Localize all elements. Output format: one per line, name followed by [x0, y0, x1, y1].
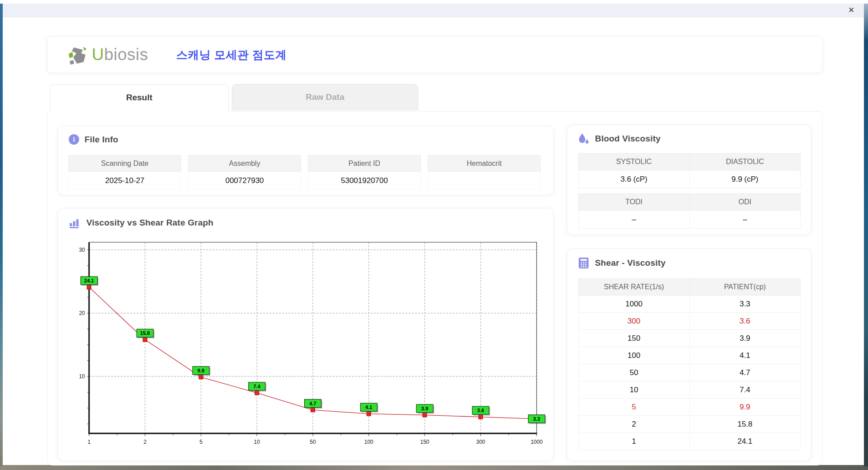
close-icon[interactable]: ✕ [846, 5, 857, 16]
viscosity-graph-card: Viscosity vs Shear Rate Graph 1251050100… [57, 208, 554, 461]
field-value: 000727930 [188, 172, 301, 190]
svg-text:1: 1 [88, 439, 91, 445]
info-icon: i [69, 134, 79, 145]
systolic-header: SYSTOLIC [579, 154, 690, 170]
odi-header: ODI [689, 194, 801, 211]
odi-value: – [689, 211, 801, 229]
table-row: 1004.1 [579, 347, 801, 364]
svg-text:100: 100 [364, 439, 373, 445]
desktop-edge-left [0, 4, 3, 466]
todi-value: – [579, 211, 690, 229]
table-row: 3003.6 [579, 313, 801, 330]
blood-viscosity-card: Blood Viscosity SYSTOLIC DIASTOLIC 3.6 (… [566, 124, 811, 235]
svg-text:3.6: 3.6 [477, 408, 484, 413]
svg-text:10: 10 [254, 439, 260, 445]
table-row: 59.9 [579, 399, 801, 416]
patient-column-header: PATIENT(cp) [689, 279, 801, 296]
todi-odi-table: TODI ODI – – [578, 193, 801, 229]
svg-text:300: 300 [476, 439, 485, 445]
tab-raw-data[interactable]: Raw Data [232, 84, 418, 110]
svg-text:1000: 1000 [531, 439, 543, 445]
ubiosis-logo: Ubiosis [68, 45, 148, 65]
table-row: 1503.9 [579, 330, 801, 347]
field-label: Scanning Date [68, 155, 181, 172]
shear-viscosity-title: Shear - Viscosity [595, 258, 665, 268]
field-value [428, 172, 541, 190]
field-label: Hematocrit [428, 155, 541, 172]
svg-text:5: 5 [199, 439, 203, 445]
file-info-card: i File Info Scanning Date 2025-10-27 Ass… [57, 126, 554, 195]
svg-text:4.1: 4.1 [365, 404, 372, 410]
bar-chart-icon [69, 216, 81, 229]
graph-title: Viscosity vs Shear Rate Graph [86, 218, 213, 228]
svg-text:10: 10 [79, 373, 85, 380]
table-row: 107.4 [579, 381, 801, 399]
shear-viscosity-card: Shear - Viscosity SHEAR RATE(1/s) PATIEN… [566, 249, 811, 461]
shear-rate-column-header: SHEAR RATE(1/s) [579, 279, 690, 296]
field-scanning-date: Scanning Date 2025-10-27 [68, 155, 181, 190]
table-row: 10003.3 [579, 296, 801, 313]
svg-text:9.9: 9.9 [198, 368, 204, 373]
viscosity-chart: 1251050100150300100010203024.115.89.97.4… [67, 235, 548, 455]
field-assembly: Assembly 000727930 [188, 155, 301, 190]
svg-text:7.4: 7.4 [254, 384, 261, 389]
app-title: 스캐닝 모세관 점도계 [176, 47, 287, 62]
logo-letter-u: U [92, 45, 104, 64]
field-label: Assembly [188, 155, 301, 172]
diastolic-header: DIASTOLIC [689, 154, 801, 170]
diastolic-value: 9.9 (cP) [689, 170, 801, 188]
tab-result[interactable]: Result [50, 84, 229, 112]
svg-text:24.1: 24.1 [84, 278, 94, 283]
todi-header: TODI [579, 194, 690, 211]
field-patient-id: Patient ID 53001920700 [308, 155, 421, 190]
svg-text:20: 20 [79, 310, 85, 316]
blood-viscosity-title: Blood Viscosity [595, 134, 660, 144]
svg-text:15.8: 15.8 [140, 330, 150, 336]
desktop-edge-right [864, 4, 868, 466]
leaf-logo-icon [68, 45, 89, 65]
systolic-value: 3.6 (cP) [579, 170, 690, 188]
table-row: 504.7 [579, 364, 801, 381]
table-row: 215.8 [579, 416, 801, 433]
svg-text:3.3: 3.3 [533, 416, 540, 422]
field-value: 53001920700 [308, 172, 421, 190]
logo-letters-biosis: biosis [104, 45, 148, 64]
svg-text:2: 2 [143, 439, 146, 445]
calculator-icon [578, 257, 590, 269]
table-row: 124.1 [579, 433, 801, 450]
systolic-diastolic-table: SYSTOLIC DIASTOLIC 3.6 (cP) 9.9 (cP) [578, 153, 801, 188]
svg-text:50: 50 [310, 439, 316, 445]
svg-text:150: 150 [420, 439, 429, 445]
droplet-icon [578, 133, 590, 145]
logo-text: Ubiosis [92, 45, 148, 64]
desktop-edge-bottom [0, 465, 868, 470]
header-card: Ubiosis 스캐닝 모세관 점도계 [47, 36, 823, 73]
file-info-title: File Info [85, 135, 118, 145]
window-titlebar: ✕ [3, 4, 864, 17]
field-label: Patient ID [308, 155, 421, 172]
field-value: 2025-10-27 [68, 172, 181, 190]
svg-text:3.9: 3.9 [421, 406, 428, 411]
field-hematocrit: Hematocrit [428, 155, 541, 190]
svg-text:30: 30 [79, 247, 85, 253]
shear-viscosity-table: SHEAR RATE(1/s) PATIENT(cp) 10003.3 3003… [578, 278, 801, 450]
svg-text:4.7: 4.7 [309, 401, 316, 406]
